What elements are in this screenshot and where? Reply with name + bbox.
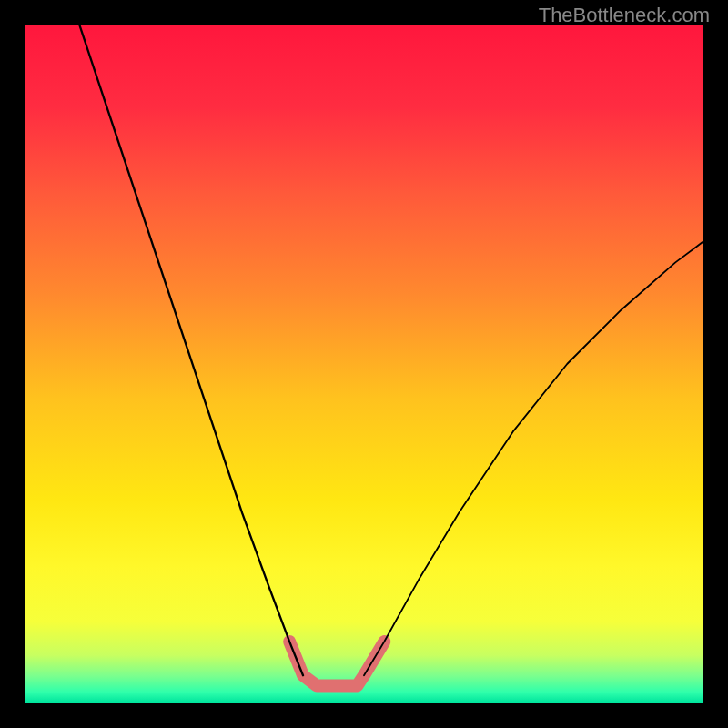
curves-layer	[25, 25, 703, 703]
plot-area	[25, 25, 703, 703]
series-right-branch	[364, 242, 703, 675]
watermark-text: TheBottleneck.com	[539, 4, 710, 27]
series-valley-highlight	[289, 642, 384, 685]
chart-container: TheBottleneck.com	[0, 0, 728, 728]
series-left-branch	[80, 25, 304, 675]
